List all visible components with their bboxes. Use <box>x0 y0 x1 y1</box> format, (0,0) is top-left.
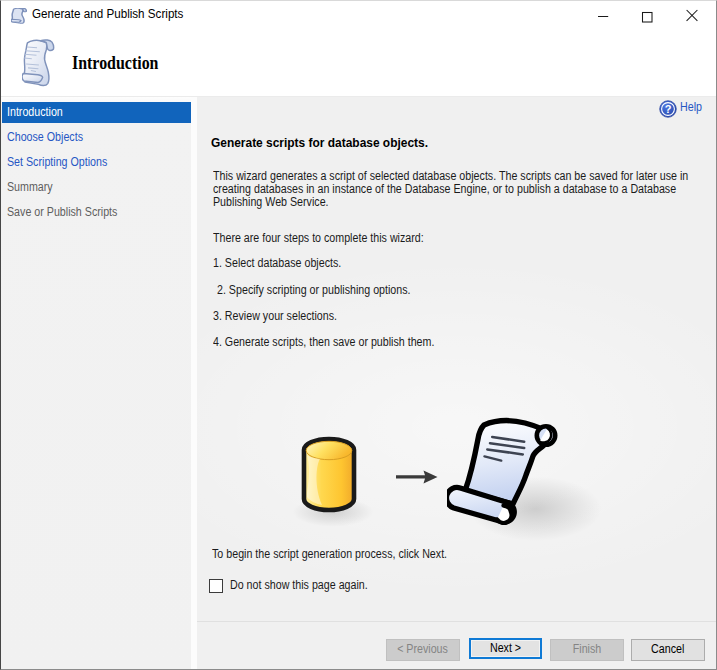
svg-text:?: ? <box>665 103 672 115</box>
